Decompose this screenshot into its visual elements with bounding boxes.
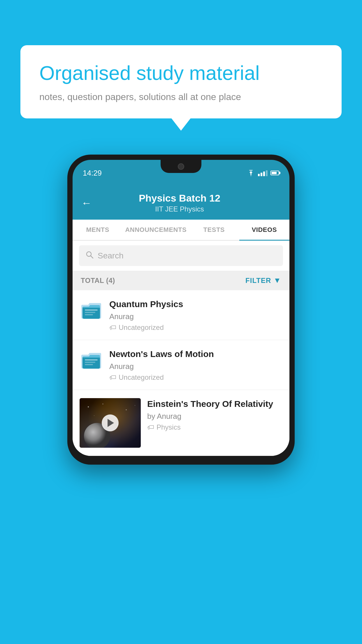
video-tag: 🏷 Uncategorized xyxy=(109,373,282,382)
svg-point-12 xyxy=(88,406,89,407)
list-item[interactable]: Newton's Laws of Motion Anurag 🏷 Uncateg… xyxy=(73,340,289,390)
tab-videos[interactable]: VIDEOS xyxy=(239,220,289,240)
tag-icon: 🏷 xyxy=(109,323,116,332)
search-bar[interactable]: Search xyxy=(79,245,283,266)
phone-screen: ← Physics Batch 12 IIT JEE Physics MENTS… xyxy=(73,186,289,456)
video-tag: 🏷 Uncategorized xyxy=(109,323,282,332)
svg-rect-10 xyxy=(85,362,95,363)
search-icon xyxy=(85,251,94,261)
tabs-bar: MENTS ANNOUNCEMENTS TESTS VIDEOS xyxy=(73,220,289,241)
svg-rect-6 xyxy=(85,314,93,315)
folder-icon xyxy=(81,351,102,370)
folder-icon-wrap xyxy=(80,348,103,372)
tag-text: Uncategorized xyxy=(119,323,164,332)
phone-wrapper: 14:29 xyxy=(67,155,295,465)
header-title: Physics Batch 12 xyxy=(98,192,261,204)
status-bar: 14:29 xyxy=(73,160,289,186)
tag-icon: 🏷 xyxy=(147,423,154,431)
tab-ments[interactable]: MENTS xyxy=(73,220,123,240)
video-list: Quantum Physics Anurag 🏷 Uncategorized xyxy=(73,290,289,456)
svg-rect-4 xyxy=(85,309,98,311)
video-author: Anurag xyxy=(109,362,282,371)
tab-announcements[interactable]: ANNOUNCEMENTS xyxy=(123,220,189,240)
video-title: Quantum Physics xyxy=(109,298,282,310)
status-time: 14:29 xyxy=(83,169,102,178)
svg-point-16 xyxy=(94,415,94,416)
wifi-icon xyxy=(247,170,255,176)
svg-point-13 xyxy=(103,404,103,405)
folder-icon xyxy=(81,301,102,320)
speech-bubble-container: Organised study material notes, question… xyxy=(20,45,342,118)
filter-button[interactable]: FILTER ▼ xyxy=(245,276,281,285)
video-author: Anurag xyxy=(109,312,282,321)
filter-icon: ▼ xyxy=(273,276,281,285)
video-author: by Anurag xyxy=(147,412,282,421)
phone-outer: 14:29 xyxy=(67,155,295,465)
filter-label: FILTER xyxy=(245,276,271,285)
video-title: Newton's Laws of Motion xyxy=(109,348,282,360)
speech-bubble: Organised study material notes, question… xyxy=(20,45,342,118)
bubble-title: Organised study material xyxy=(39,61,323,85)
video-thumbnail xyxy=(80,398,141,448)
svg-line-1 xyxy=(91,256,93,258)
video-tag: 🏷 Physics xyxy=(147,423,282,431)
battery-icon xyxy=(270,171,279,175)
folder-icon-wrap xyxy=(80,298,103,322)
svg-rect-9 xyxy=(85,359,98,360)
app-header: ← Physics Batch 12 IIT JEE Physics xyxy=(73,186,289,220)
svg-rect-11 xyxy=(85,364,93,365)
svg-point-15 xyxy=(135,405,135,406)
header-subtitle: IIT JEE Physics xyxy=(98,205,261,213)
list-item[interactable]: Quantum Physics Anurag 🏷 Uncategorized xyxy=(73,290,289,340)
video-info: Newton's Laws of Motion Anurag 🏷 Uncateg… xyxy=(109,348,282,382)
bubble-subtitle: notes, question papers, solutions all at… xyxy=(39,92,323,102)
tag-text: Uncategorized xyxy=(119,373,164,382)
tag-text: Physics xyxy=(157,423,181,431)
svg-rect-5 xyxy=(85,312,95,313)
search-container: Search xyxy=(73,241,289,271)
video-info: Quantum Physics Anurag 🏷 Uncategorized xyxy=(109,298,282,332)
tag-icon: 🏷 xyxy=(109,373,116,382)
search-placeholder: Search xyxy=(98,251,124,260)
svg-point-14 xyxy=(126,410,127,410)
play-triangle-icon xyxy=(108,419,114,427)
camera-dot xyxy=(178,163,184,170)
video-title: Einstein's Theory Of Relativity xyxy=(147,398,282,410)
play-button[interactable] xyxy=(102,414,119,431)
video-info: Einstein's Theory Of Relativity by Anura… xyxy=(147,398,282,431)
notch xyxy=(161,160,201,173)
tab-tests[interactable]: TESTS xyxy=(189,220,239,240)
status-icons xyxy=(247,170,279,176)
list-item[interactable]: Einstein's Theory Of Relativity by Anura… xyxy=(73,390,289,456)
header-title-area: Physics Batch 12 IIT JEE Physics xyxy=(98,192,261,213)
back-button[interactable]: ← xyxy=(81,197,92,209)
signal-bars xyxy=(258,170,268,176)
total-label: TOTAL (4) xyxy=(81,276,115,285)
filter-bar: TOTAL (4) FILTER ▼ xyxy=(73,271,289,290)
